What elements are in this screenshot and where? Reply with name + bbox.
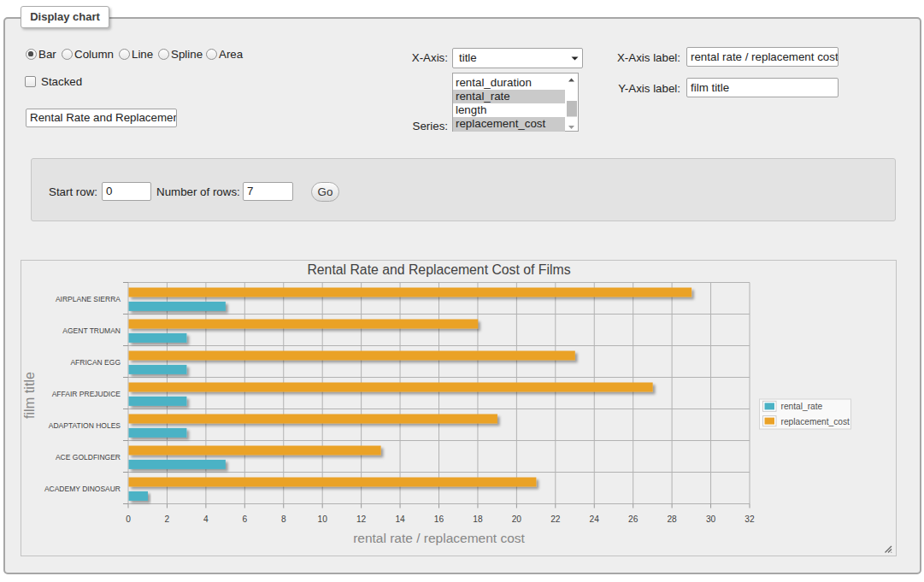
svg-text:26: 26 (628, 514, 639, 524)
svg-text:ACE GOLDFINGER: ACE GOLDFINGER (56, 453, 121, 461)
svg-text:8: 8 (281, 514, 286, 524)
svg-text:rental rate / replacement cost: rental rate / replacement cost (353, 531, 525, 545)
svg-text:AFRICAN EGG: AFRICAN EGG (70, 358, 121, 367)
svg-text:rental_rate: rental_rate (781, 402, 823, 411)
svg-text:10: 10 (318, 514, 328, 524)
svg-text:ADAPTATION HOLES: ADAPTATION HOLES (49, 421, 121, 430)
svg-text:16: 16 (434, 514, 444, 524)
svg-text:AIRPLANE SIERRA: AIRPLANE SIERRA (56, 295, 121, 303)
svg-text:18: 18 (473, 514, 483, 524)
svg-text:4: 4 (203, 514, 209, 524)
svg-text:12: 12 (356, 514, 367, 524)
svg-text:replacement_cost: replacement_cost (781, 417, 850, 426)
svg-text:14: 14 (395, 514, 405, 524)
svg-text:32: 32 (744, 514, 755, 524)
svg-text:Rental Rate and Replacement Co: Rental Rate and Replacement Cost of Film… (307, 262, 570, 277)
svg-text:24: 24 (590, 514, 600, 524)
svg-text:2: 2 (165, 514, 170, 524)
svg-text:22: 22 (550, 514, 561, 524)
svg-text:film title: film title (21, 372, 37, 419)
svg-text:AFFAIR PREJUDICE: AFFAIR PREJUDICE (52, 390, 121, 398)
svg-text:30: 30 (706, 514, 716, 524)
svg-text:AGENT TRUMAN: AGENT TRUMAN (62, 326, 121, 335)
svg-text:28: 28 (667, 514, 677, 524)
svg-text:20: 20 (512, 514, 522, 524)
svg-text:ACADEMY DINOSAUR: ACADEMY DINOSAUR (44, 485, 121, 493)
svg-text:0: 0 (126, 514, 131, 524)
svg-text:6: 6 (242, 514, 247, 524)
